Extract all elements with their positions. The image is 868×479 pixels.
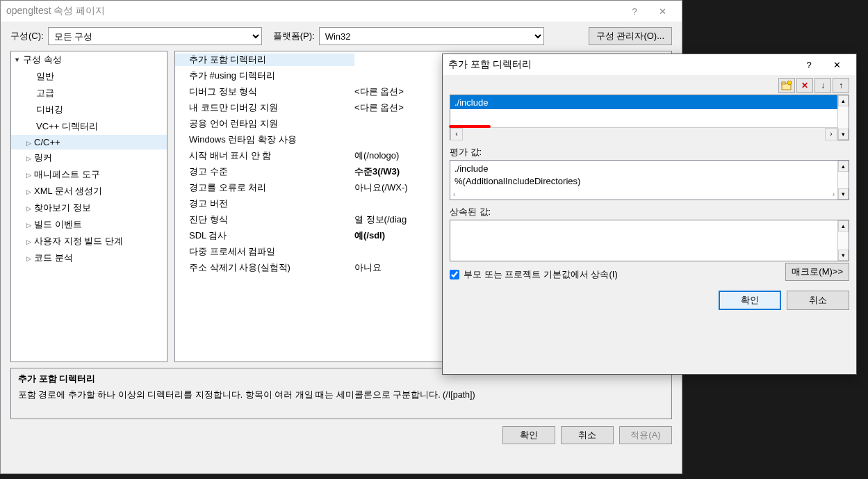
description-box: 추가 포함 디렉터리 포함 경로에 추가할 하나 이상의 디렉터리를 지정합니다… (10, 368, 672, 419)
scroll-down-icon[interactable]: ▾ (838, 129, 849, 140)
modal-title: 추가 포함 디렉터리 (448, 58, 795, 71)
modal-close-button[interactable]: ✕ (823, 54, 851, 75)
modal-help-button[interactable]: ? (795, 54, 823, 75)
svg-point-2 (787, 81, 792, 85)
property-label: 다중 프로세서 컴파일 (175, 245, 354, 258)
paths-listbox[interactable]: ./include ▴ ▾ ‹ › (450, 95, 849, 140)
delete-icon[interactable]: ✕ (796, 78, 813, 93)
config-manager-button[interactable]: 구성 관리자(O)... (589, 27, 672, 45)
tree-item[interactable]: 빌드 이벤트 (11, 216, 167, 233)
new-folder-icon[interactable] (778, 78, 795, 93)
main-footer: 확인 취소 적용(A) (1, 419, 682, 451)
tree-item[interactable]: 매니페스트 도구 (11, 166, 167, 183)
property-label: 진단 형식 (175, 213, 354, 226)
modal-cancel-button[interactable]: 취소 (787, 291, 849, 310)
close-button[interactable]: ✕ (648, 1, 676, 22)
include-dirs-dialog: 추가 포함 디렉터리 ? ✕ ✕ ↓ ↑ ./include ▴ ▾ ‹ › 평… (442, 54, 857, 375)
tree-item[interactable]: C/C++ (11, 135, 167, 149)
scroll-up-icon[interactable]: ▴ (838, 161, 849, 172)
svg-rect-1 (782, 82, 785, 84)
property-label: 공용 언어 런타임 지원 (175, 117, 354, 130)
vertical-scrollbar[interactable]: ▴ ▾ (837, 95, 849, 140)
property-label: SDL 검사 (175, 229, 354, 242)
category-tree[interactable]: 구성 속성 일반고급디버깅VC++ 디렉터리C/C++링커매니페스트 도구XML… (10, 51, 167, 362)
config-label: 구성(C): (10, 30, 44, 42)
property-label: 주소 삭제기 사용(실험적) (175, 261, 354, 274)
vertical-scrollbar[interactable]: ▴ ▾ (837, 220, 849, 261)
platform-label: 플랫폼(P): (273, 30, 315, 42)
inherited-values-box: ▴ ▾ (450, 220, 849, 261)
property-label: 경고 버전 (175, 197, 354, 210)
property-label: 추가 포함 디렉터리 (175, 54, 354, 66)
tree-item[interactable]: XML 문서 생성기 (11, 183, 167, 200)
scroll-up-icon[interactable]: ▴ (838, 95, 849, 106)
tree-item[interactable]: 일반 (11, 68, 167, 85)
hscroll-left-icon[interactable]: ‹ (453, 190, 455, 198)
horizontal-scrollbar[interactable]: ‹ › (450, 127, 837, 140)
scroll-down-icon[interactable]: ▾ (838, 250, 849, 261)
tree-item[interactable]: 링커 (11, 149, 167, 166)
hscroll-right-icon[interactable]: › (833, 190, 835, 198)
modal-toolbar: ✕ ↓ ↑ (443, 75, 856, 95)
evaluated-values-box: ./include %(AdditionalIncludeDirectories… (450, 160, 849, 200)
inherit-label: 상속된 값: (450, 206, 849, 218)
scroll-down-icon[interactable]: ▾ (838, 188, 849, 200)
main-titlebar: opengltest 속성 페이지 ? ✕ (1, 1, 682, 22)
move-down-icon[interactable]: ↓ (814, 78, 831, 93)
scroll-right-icon[interactable]: › (825, 128, 837, 140)
ok-button[interactable]: 확인 (502, 426, 555, 444)
property-label: 디버그 정보 형식 (175, 86, 354, 98)
property-label: Windows 런타임 확장 사용 (175, 133, 354, 146)
inherit-checkbox[interactable] (450, 270, 459, 279)
move-up-icon[interactable]: ↑ (833, 78, 849, 93)
tree-item[interactable]: 찾아보기 정보 (11, 200, 167, 216)
modal-footer: 확인 취소 (443, 281, 856, 317)
macros-button[interactable]: 매크로(M)>> (785, 263, 849, 281)
help-button[interactable]: ? (621, 1, 648, 22)
tree-item[interactable]: 디버깅 (11, 102, 167, 118)
modal-titlebar: 추가 포함 디렉터리 ? ✕ (443, 54, 856, 75)
window-title: opengltest 속성 페이지 (6, 5, 621, 17)
desc-body: 포함 경로에 추가할 하나 이상의 디렉터리를 지정합니다. 항목이 여러 개일… (18, 388, 664, 402)
config-select[interactable]: 모든 구성 (48, 27, 262, 45)
property-label: 경고 수준 (175, 165, 354, 178)
tree-item[interactable]: 사용자 지정 빌드 단계 (11, 233, 167, 250)
apply-button[interactable]: 적용(A) (619, 426, 672, 444)
inherit-checkbox-label: 부모 또는 프로젝트 기본값에서 상속(I) (464, 268, 618, 281)
scroll-left-icon[interactable]: ‹ (450, 128, 463, 140)
property-label: 추가 #using 디렉터리 (175, 70, 354, 82)
modal-ok-button[interactable]: 확인 (719, 291, 781, 310)
eval-label: 평가 값: (450, 146, 849, 159)
eval-line: ./include (455, 163, 844, 176)
tree-item[interactable]: 고급 (11, 85, 167, 102)
vertical-scrollbar[interactable]: ▴ ▾ (837, 161, 849, 200)
property-label: 시작 배너 표시 안 함 (175, 149, 354, 162)
path-entry-selected[interactable]: ./include (450, 95, 849, 109)
tree-root[interactable]: 구성 속성 (11, 51, 167, 68)
eval-line: %(AdditionalIncludeDirectories) (455, 176, 844, 188)
platform-select[interactable]: Win32 (319, 27, 544, 45)
property-label: 내 코드만 디버깅 지원 (175, 102, 354, 114)
cancel-button[interactable]: 취소 (561, 426, 614, 444)
tree-item[interactable]: 코드 분석 (11, 250, 167, 266)
scroll-up-icon[interactable]: ▴ (838, 220, 849, 232)
tree-item[interactable]: VC++ 디렉터리 (11, 118, 167, 135)
config-toolbar: 구성(C): 모든 구성 플랫폼(P): Win32 구성 관리자(O)... (1, 22, 682, 51)
property-label: 경고를 오류로 처리 (175, 181, 354, 194)
